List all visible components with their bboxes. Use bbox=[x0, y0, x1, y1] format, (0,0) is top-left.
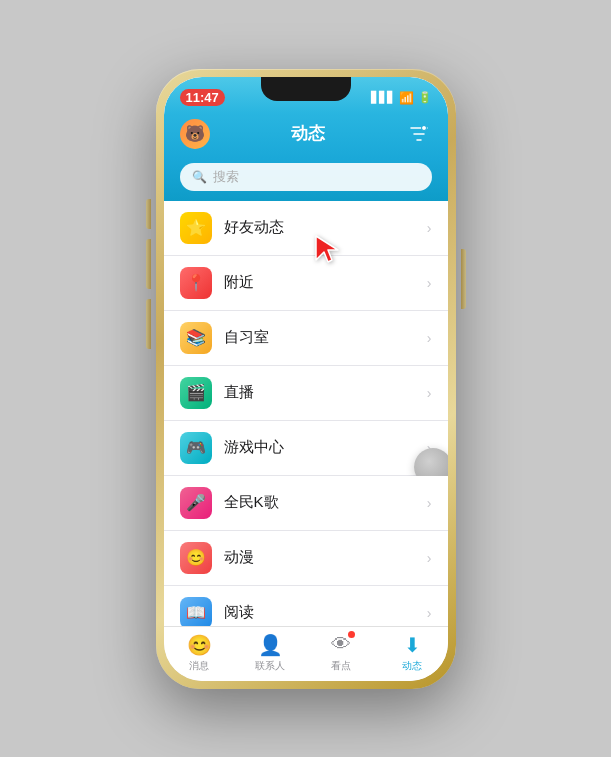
wifi-icon: 📶 bbox=[399, 91, 414, 105]
phone-container: 11:47 ▋▋▋ 📶 🔋 🐻 动态 bbox=[156, 69, 456, 689]
search-bar: 🔍 搜索 bbox=[164, 159, 448, 201]
menu-label-study: 自习室 bbox=[224, 328, 427, 347]
tab-bar: 😊消息👤联系人👁看点⬇动态 bbox=[164, 626, 448, 681]
screen: 11:47 ▋▋▋ 📶 🔋 🐻 动态 bbox=[164, 77, 448, 681]
tab-badge-discover bbox=[348, 631, 355, 638]
status-icons: ▋▋▋ 📶 🔋 bbox=[371, 91, 432, 105]
menu-item-read[interactable]: 📖阅读› bbox=[164, 586, 448, 626]
menu-list: ⭐好友动态›📍附近›📚自习室›🎬直播›🎮游戏中心›🎤全民K歌›😊动漫›📖阅读›🎲… bbox=[164, 201, 448, 626]
content-area[interactable]: ⭐好友动态›📍附近›📚自习室›🎬直播›🎮游戏中心›🎤全民K歌›😊动漫›📖阅读›🎲… bbox=[164, 201, 448, 626]
menu-icon-nearby: 📍 bbox=[180, 267, 212, 299]
tab-icon-contacts: 👤 bbox=[258, 633, 282, 657]
menu-item-study[interactable]: 📚自习室› bbox=[164, 311, 448, 366]
menu-icon-live: 🎬 bbox=[180, 377, 212, 409]
svg-point-0 bbox=[421, 125, 426, 130]
menu-label-friend: 好友动态 bbox=[224, 218, 427, 237]
tab-label-discover: 看点 bbox=[331, 659, 351, 673]
phone-outer: 11:47 ▋▋▋ 📶 🔋 🐻 动态 bbox=[156, 69, 456, 689]
menu-label-live: 直播 bbox=[224, 383, 427, 402]
tab-message[interactable]: 😊消息 bbox=[164, 633, 235, 673]
search-input[interactable]: 🔍 搜索 bbox=[180, 163, 432, 191]
user-avatar[interactable]: 🐻 bbox=[180, 119, 210, 149]
menu-item-anime[interactable]: 😊动漫› bbox=[164, 531, 448, 586]
status-time: 11:47 bbox=[180, 89, 225, 106]
menu-item-game[interactable]: 🎮游戏中心› bbox=[164, 421, 448, 476]
menu-item-live[interactable]: 🎬直播› bbox=[164, 366, 448, 421]
chevron-icon-nearby: › bbox=[427, 275, 432, 291]
menu-icon-anime: 😊 bbox=[180, 542, 212, 574]
search-placeholder-text: 搜索 bbox=[213, 168, 239, 186]
menu-label-karaoke: 全民K歌 bbox=[224, 493, 427, 512]
menu-icon-friend: ⭐ bbox=[180, 212, 212, 244]
filter-button[interactable] bbox=[406, 121, 432, 147]
phone-inner: 11:47 ▋▋▋ 📶 🔋 🐻 动态 bbox=[164, 77, 448, 681]
tab-icon-discover: 👁 bbox=[329, 633, 353, 657]
side-button-right bbox=[461, 249, 466, 309]
chevron-icon-study: › bbox=[427, 330, 432, 346]
tab-icon-moments: ⬇ bbox=[400, 633, 424, 657]
chevron-icon-karaoke: › bbox=[427, 495, 432, 511]
tab-label-moments: 动态 bbox=[402, 659, 422, 673]
chevron-icon-anime: › bbox=[427, 550, 432, 566]
tab-contacts[interactable]: 👤联系人 bbox=[235, 633, 306, 673]
menu-icon-karaoke: 🎤 bbox=[180, 487, 212, 519]
menu-item-friend[interactable]: ⭐好友动态› bbox=[164, 201, 448, 256]
chevron-icon-friend: › bbox=[427, 220, 432, 236]
side-button-left-2 bbox=[146, 239, 151, 289]
app-header: 🐻 动态 bbox=[164, 113, 448, 159]
menu-item-karaoke[interactable]: 🎤全民K歌› bbox=[164, 476, 448, 531]
chevron-icon-read: › bbox=[427, 605, 432, 621]
tab-label-message: 消息 bbox=[189, 659, 209, 673]
side-button-left-1 bbox=[146, 199, 151, 229]
tab-label-contacts: 联系人 bbox=[255, 659, 285, 673]
menu-icon-study: 📚 bbox=[180, 322, 212, 354]
battery-icon: 🔋 bbox=[418, 91, 432, 104]
menu-label-nearby: 附近 bbox=[224, 273, 427, 292]
tab-moments[interactable]: ⬇动态 bbox=[377, 633, 448, 673]
chevron-icon-live: › bbox=[427, 385, 432, 401]
notch bbox=[261, 77, 351, 101]
menu-item-nearby[interactable]: 📍附近› bbox=[164, 256, 448, 311]
search-icon: 🔍 bbox=[192, 170, 207, 184]
tab-icon-message: 😊 bbox=[187, 633, 211, 657]
menu-label-anime: 动漫 bbox=[224, 548, 427, 567]
signal-icon: ▋▋▋ bbox=[371, 91, 395, 104]
menu-icon-game: 🎮 bbox=[180, 432, 212, 464]
header-title: 动态 bbox=[291, 122, 325, 145]
side-button-left-3 bbox=[146, 299, 151, 349]
menu-label-game: 游戏中心 bbox=[224, 438, 427, 457]
tab-discover[interactable]: 👁看点 bbox=[306, 633, 377, 673]
menu-icon-read: 📖 bbox=[180, 597, 212, 626]
menu-label-read: 阅读 bbox=[224, 603, 427, 622]
